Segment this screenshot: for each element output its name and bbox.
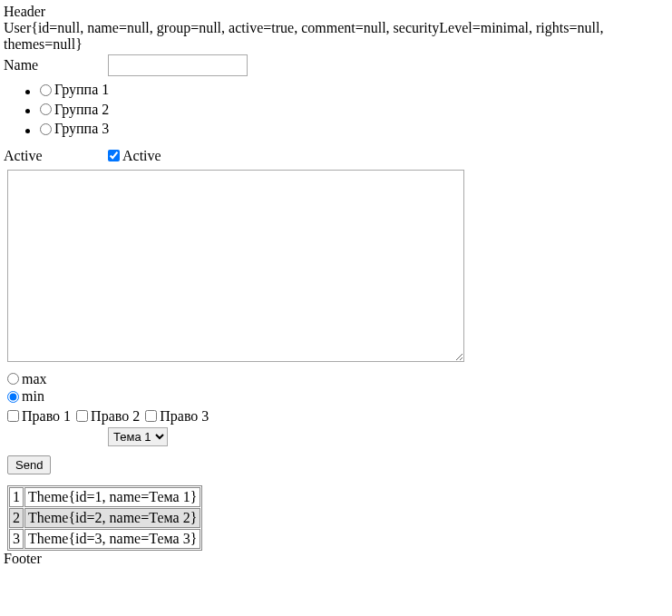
list-item: Группа 3 [40, 121, 668, 139]
rights-checkbox-label: Право 1 [22, 408, 71, 425]
footer: Footer [4, 551, 668, 567]
list-item: Группа 2 [40, 102, 668, 120]
table-row: 1 Theme{id=1, name=Тема 1} [9, 487, 200, 507]
group-radio-list: Группа 1 Группа 2 Группа 3 [4, 82, 668, 139]
header: Header [4, 4, 668, 20]
group-radio-1[interactable] [40, 84, 52, 96]
theme-id-cell: 1 [9, 487, 24, 507]
group-radio-label: Группа 3 [54, 121, 109, 137]
theme-id-cell: 2 [9, 508, 24, 528]
name-label: Name [4, 57, 108, 73]
active-label: Active [4, 148, 108, 164]
active-checkbox-label: Active [122, 148, 161, 164]
security-radio-max[interactable] [7, 373, 19, 385]
rights-checkbox-label: Право 2 [91, 408, 140, 425]
security-radio-min[interactable] [7, 391, 19, 403]
security-radio-label: max [22, 371, 47, 387]
group-radio-2[interactable] [40, 103, 52, 115]
rights-checkbox-1[interactable] [7, 410, 19, 422]
theme-value-cell: Theme{id=1, name=Тема 1} [24, 487, 200, 507]
security-radio-label: min [22, 388, 44, 405]
theme-value-cell: Theme{id=2, name=Тема 2} [24, 508, 200, 528]
security-option: max [7, 371, 668, 389]
group-radio-label: Группа 2 [54, 102, 109, 118]
group-radio-label: Группа 1 [54, 82, 109, 98]
rights-checkbox-2[interactable] [76, 410, 88, 422]
theme-select[interactable]: Тема 1 [108, 427, 168, 446]
name-input[interactable] [108, 54, 248, 76]
theme-value-cell: Theme{id=3, name=Тема 3} [24, 529, 200, 549]
rights-checkbox-label: Право 3 [160, 408, 209, 425]
comment-textarea[interactable] [7, 170, 464, 362]
rights-checkbox-group: Право 1 Право 2 Право 3 [7, 408, 668, 426]
security-option: min [7, 388, 668, 406]
table-row: 3 Theme{id=3, name=Тема 3} [9, 529, 200, 549]
table-row: 2 Theme{id=2, name=Тема 2} [9, 508, 200, 528]
rights-checkbox-3[interactable] [145, 410, 157, 422]
active-checkbox[interactable] [108, 150, 120, 161]
send-button[interactable]: Send [7, 455, 51, 474]
group-radio-3[interactable] [40, 123, 52, 135]
list-item: Группа 1 [40, 82, 668, 100]
themes-table: 1 Theme{id=1, name=Тема 1} 2 Theme{id=2,… [7, 485, 202, 551]
debug-user-text: User{id=null, name=null, group=null, act… [4, 20, 668, 53]
theme-id-cell: 3 [9, 529, 24, 549]
